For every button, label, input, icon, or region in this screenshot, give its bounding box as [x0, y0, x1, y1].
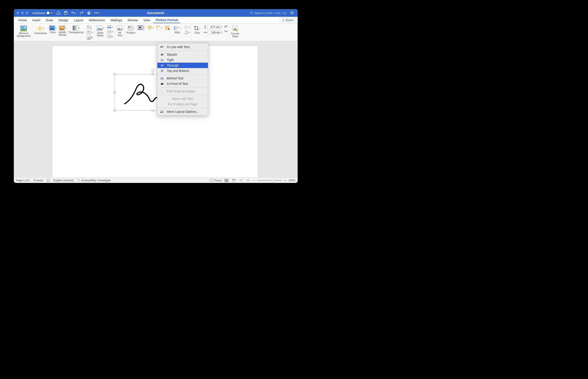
- spellcheck-icon[interactable]: [47, 179, 50, 182]
- document-canvas[interactable]: [14, 41, 298, 177]
- tab-draw[interactable]: Draw: [43, 17, 55, 23]
- window-controls: [14, 12, 28, 14]
- more-layout-options-item[interactable]: More Layout Options...: [157, 109, 208, 114]
- tab-home[interactable]: Home: [16, 17, 29, 23]
- position-button[interactable]: ▾ Position: [126, 25, 136, 34]
- print-layout-view-button[interactable]: [224, 178, 229, 182]
- height-input[interactable]: [207, 25, 220, 29]
- tab-references[interactable]: References: [87, 17, 107, 23]
- home-icon[interactable]: [57, 11, 60, 15]
- rotate-button[interactable]: ▾: [183, 30, 190, 35]
- width-input[interactable]: [208, 31, 220, 34]
- picture-layout-button[interactable]: ▾: [106, 34, 113, 39]
- wrap-tight-item[interactable]: Tight: [157, 57, 208, 63]
- save-icon[interactable]: [64, 11, 68, 15]
- crop-button[interactable]: ▾ Crop: [193, 25, 201, 34]
- resize-handle-l[interactable]: [114, 92, 116, 93]
- tab-review[interactable]: Review: [125, 17, 140, 23]
- tab-mailings[interactable]: Mailings: [108, 17, 124, 23]
- tab-design[interactable]: Design: [56, 17, 71, 23]
- redo-icon[interactable]: [80, 11, 84, 15]
- zoom-slider[interactable]: [257, 180, 282, 181]
- bring-forward-button[interactable]: ▾: [147, 25, 154, 31]
- transparency-icon: [73, 25, 78, 31]
- wrap-top-bottom-label: Top and Bottom: [167, 69, 189, 73]
- svg-rect-26: [73, 26, 74, 30]
- language-indicator[interactable]: English (Austria): [54, 179, 74, 182]
- alt-text-button[interactable]: Alt Text: [116, 25, 123, 37]
- picture-border-button[interactable]: ▾: [106, 25, 113, 29]
- autosave-switch[interactable]: OFF: [46, 11, 54, 15]
- resize-handle-tl[interactable]: [114, 73, 116, 75]
- tab-picture-format[interactable]: Picture Format: [153, 17, 180, 23]
- selection-pane-button[interactable]: [164, 25, 171, 31]
- wrap-behind-item[interactable]: Behind Text: [157, 76, 208, 81]
- accessibility-indicator[interactable]: Accessibility: Investigate: [77, 179, 111, 182]
- wrap-inline-item[interactable]: In Line with Text: [157, 44, 208, 50]
- change-picture-button[interactable]: ▾: [86, 30, 93, 35]
- wrap-square-item[interactable]: Square: [157, 52, 208, 57]
- outline-view-button[interactable]: [238, 178, 243, 182]
- color-icon: [49, 25, 55, 31]
- tab-layout[interactable]: Layout: [72, 17, 86, 23]
- wrap-through-item[interactable]: Through: [157, 63, 208, 68]
- print-icon[interactable]: [87, 11, 91, 15]
- minimize-window-button[interactable]: [21, 12, 24, 14]
- search-box[interactable]: Search (Cmd + Ctrl + U): [250, 11, 286, 15]
- focus-mode-button[interactable]: Focus: [210, 179, 222, 182]
- align-icon: [174, 25, 179, 31]
- wrap-text-button[interactable]: ▾: [137, 25, 144, 31]
- picture-effects-button[interactable]: ▾: [106, 30, 113, 34]
- undo-split-button[interactable]: ▾: [71, 11, 76, 15]
- tab-view[interactable]: View: [141, 17, 153, 23]
- web-layout-view-button[interactable]: [231, 178, 236, 182]
- lock-aspect-bottom-icon[interactable]: [224, 30, 228, 33]
- quick-styles-button[interactable]: ▾ Quick Styles: [96, 25, 104, 37]
- svg-rect-3: [88, 12, 89, 13]
- width-field[interactable]: ▴▾: [204, 31, 222, 34]
- position-icon: [128, 25, 133, 31]
- word-count[interactable]: 0 words: [33, 179, 43, 182]
- resize-handle-bl[interactable]: [114, 110, 116, 111]
- corrections-button[interactable]: ▾ Corrections: [34, 25, 47, 35]
- zoom-out-button[interactable]: −: [253, 179, 255, 182]
- rotate-handle[interactable]: [151, 69, 154, 71]
- transparency-button[interactable]: ▾ Transparency: [68, 25, 84, 34]
- remove-background-icon: [20, 25, 27, 31]
- close-window-button[interactable]: [16, 12, 19, 14]
- collab-icon[interactable]: [290, 11, 294, 15]
- send-backward-button[interactable]: ▾: [156, 25, 163, 31]
- svg-rect-37: [108, 31, 111, 33]
- resize-handle-t[interactable]: [152, 73, 154, 75]
- zoom-thumb[interactable]: [271, 179, 274, 182]
- page[interactable]: [52, 46, 258, 177]
- resize-handle-b[interactable]: [152, 110, 154, 111]
- autosave-toggle[interactable]: AutoSave OFF: [32, 11, 54, 15]
- height-stepper[interactable]: ▴▾: [221, 25, 222, 29]
- page-indicator[interactable]: Page 1 of 1: [16, 179, 30, 182]
- color-button[interactable]: ▾ Color: [49, 25, 57, 34]
- group-button[interactable]: ▾: [183, 25, 190, 30]
- tab-insert[interactable]: Insert: [30, 17, 42, 23]
- align-button[interactable]: ▾ Align: [173, 25, 181, 34]
- compress-pictures-button[interactable]: [86, 25, 93, 30]
- picture-border-icon: [107, 25, 112, 29]
- lock-aspect-top-icon[interactable]: [224, 25, 228, 28]
- zoom-window-button[interactable]: [26, 12, 28, 14]
- zoom-level[interactable]: 140%: [288, 179, 295, 182]
- print-layout-icon: [225, 179, 228, 182]
- zoom-in-button[interactable]: +: [284, 179, 286, 182]
- format-pane-button[interactable]: Format Pane: [231, 25, 239, 38]
- wrap-front-item[interactable]: In Front of Text: [157, 81, 208, 86]
- artistic-effects-button[interactable]: ▾ Artistic Effects: [58, 25, 67, 37]
- more-icon[interactable]: •••: [94, 11, 99, 15]
- reset-picture-button[interactable]: ▾: [86, 35, 93, 40]
- share-icon: [282, 19, 284, 22]
- undo-icon: [71, 11, 75, 15]
- wrap-top-bottom-item[interactable]: Top and Bottom: [157, 68, 208, 74]
- remove-background-button[interactable]: Remove Background: [16, 25, 31, 38]
- share-button[interactable]: Share: [280, 17, 295, 23]
- height-field[interactable]: ▴▾: [204, 25, 222, 29]
- draft-view-button[interactable]: [246, 178, 251, 182]
- width-stepper[interactable]: ▴▾: [221, 31, 222, 34]
